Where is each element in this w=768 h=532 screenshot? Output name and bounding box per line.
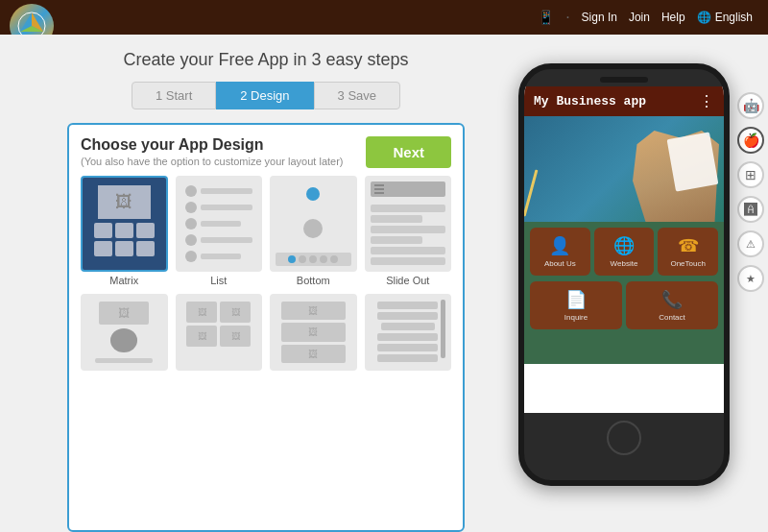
hamburger-line bbox=[374, 188, 384, 190]
design6-thumb: 🖼 🖼 🖼 🖼 bbox=[176, 294, 263, 371]
sign-in-link[interactable]: Sign In bbox=[582, 11, 617, 24]
list-line bbox=[201, 221, 241, 227]
design8-thumb bbox=[365, 294, 452, 371]
website-icon: 🌐 bbox=[613, 235, 635, 256]
selected-dot bbox=[306, 187, 320, 201]
list-row bbox=[185, 218, 253, 230]
list-row bbox=[185, 185, 253, 197]
slide-row bbox=[371, 236, 423, 244]
list-row bbox=[185, 202, 253, 213]
step-1[interactable]: 1 Start bbox=[132, 82, 216, 109]
star-icon[interactable]: ★ bbox=[737, 265, 764, 292]
design-subtitle: (You also have the option to customize y… bbox=[81, 156, 344, 167]
step-3[interactable]: 3 Save bbox=[314, 82, 400, 109]
app-btn-contact[interactable]: 📞 Contact bbox=[626, 281, 718, 329]
app-buttons-row2: 📄 Inquire 📞 Contact bbox=[524, 281, 724, 335]
contact-icon: 📞 bbox=[661, 289, 683, 310]
active-tab-dot bbox=[288, 255, 296, 263]
design-slideout[interactable]: Slide Out bbox=[365, 176, 452, 286]
tab-dot bbox=[299, 255, 306, 263]
right-panel: 🤖 🍎 ⊞ 🅰 ⚠ ★ My Business app ⋮ bbox=[480, 35, 768, 532]
hamburger-line bbox=[374, 192, 384, 194]
android-icon[interactable]: 🤖 bbox=[737, 92, 764, 119]
tab-dot bbox=[309, 255, 317, 263]
alert-icon[interactable]: ⚠ bbox=[737, 230, 764, 257]
join-link[interactable]: Join bbox=[629, 11, 650, 24]
design-title: Choose your App Design bbox=[81, 136, 344, 154]
matrix-image-placeholder: 🖼 bbox=[98, 185, 151, 219]
tab-dot bbox=[330, 255, 338, 263]
tab-bar bbox=[276, 253, 351, 266]
language-selector[interactable]: 🌐 English bbox=[697, 11, 753, 24]
left-panel: Create your Free App in 3 easy steps 1 S… bbox=[0, 35, 480, 532]
app-btn-onetouch[interactable]: ☎ OneTouch bbox=[658, 228, 718, 276]
design-matrix[interactable]: 🖼 Matrix bbox=[81, 176, 168, 286]
help-link[interactable]: Help bbox=[661, 11, 685, 24]
slide-row bbox=[371, 205, 446, 212]
list-dot bbox=[185, 234, 197, 246]
amazon-icon[interactable]: 🅰 bbox=[737, 196, 764, 223]
about-label: About Us bbox=[544, 259, 576, 268]
next-button[interactable]: Next bbox=[366, 136, 451, 168]
top-navigation: 📱 · Sign In Join Help 🌐 English bbox=[0, 0, 768, 35]
phone-frame: My Business app ⋮ bbox=[518, 63, 730, 486]
grid-icon bbox=[136, 223, 155, 238]
design-6[interactable]: 🖼 🖼 🖼 🖼 bbox=[176, 294, 263, 371]
phone-screen: My Business app ⋮ bbox=[524, 86, 724, 413]
app-menu-dots: ⋮ bbox=[699, 92, 714, 110]
design-5[interactable]: 🖼 bbox=[81, 294, 168, 371]
grid-icon bbox=[115, 223, 133, 238]
phone-icon: 📱 bbox=[538, 10, 554, 25]
onetouch-label: OneTouch bbox=[670, 259, 705, 268]
slide-header bbox=[371, 181, 446, 197]
slide-row bbox=[371, 226, 446, 233]
app-btn-website[interactable]: 🌐 Website bbox=[594, 228, 655, 276]
phone-home-button[interactable] bbox=[607, 421, 641, 455]
design-row-2: 🖼 🖼 🖼 🖼 🖼 bbox=[81, 294, 451, 371]
design-7[interactable]: 🖼 🖼 🖼 bbox=[270, 294, 357, 371]
hamburger-line bbox=[374, 184, 384, 186]
about-icon: 👤 bbox=[549, 235, 570, 256]
app-header: My Business app ⋮ bbox=[524, 86, 724, 116]
design-bottom[interactable]: Bottom bbox=[270, 176, 357, 286]
bottom-thumb bbox=[270, 176, 357, 272]
list-dot bbox=[185, 251, 197, 262]
list-thumb bbox=[176, 176, 263, 272]
app-btn-inquire[interactable]: 📄 Inquire bbox=[530, 281, 622, 329]
platform-icons: 🤖 🍎 ⊞ 🅰 ⚠ ★ bbox=[737, 92, 764, 292]
inquire-icon: 📄 bbox=[565, 289, 587, 310]
slide-row bbox=[371, 215, 423, 223]
list-row bbox=[185, 234, 253, 246]
onetouch-icon: ☎ bbox=[678, 235, 699, 256]
slideout-label: Slide Out bbox=[386, 275, 429, 286]
matrix-thumb: 🖼 bbox=[81, 176, 168, 272]
tab-dot bbox=[320, 255, 327, 263]
list-line bbox=[201, 205, 253, 210]
list-row bbox=[185, 251, 253, 262]
design-row-1: 🖼 Matrix bbox=[81, 176, 451, 286]
page-title: Create your Free App in 3 easy steps bbox=[67, 50, 465, 70]
list-dot bbox=[185, 202, 197, 213]
app-btn-about[interactable]: 👤 About Us bbox=[530, 228, 590, 276]
list-line bbox=[201, 188, 253, 194]
design-8[interactable] bbox=[365, 294, 452, 371]
list-line bbox=[201, 254, 241, 259]
matrix-grid bbox=[94, 223, 155, 256]
list-dot bbox=[185, 185, 197, 197]
grid-icon bbox=[136, 241, 155, 256]
list-line bbox=[201, 237, 253, 243]
step-2[interactable]: 2 Design bbox=[216, 82, 313, 109]
app-buttons-grid: 👤 About Us 🌐 Website ☎ OneTouch bbox=[524, 222, 724, 281]
design-list[interactable]: List bbox=[176, 176, 263, 286]
slideout-thumb bbox=[365, 176, 452, 272]
globe-icon: 🌐 bbox=[697, 11, 711, 24]
app-hero bbox=[524, 116, 724, 222]
slide-row bbox=[371, 247, 446, 254]
app-title: My Business app bbox=[534, 94, 646, 109]
windows-icon[interactable]: ⊞ bbox=[737, 161, 764, 188]
phone-speaker bbox=[600, 77, 648, 83]
website-label: Website bbox=[611, 259, 638, 268]
contact-label: Contact bbox=[659, 313, 685, 322]
list-dot bbox=[185, 218, 197, 230]
apple-icon[interactable]: 🍎 bbox=[737, 127, 764, 154]
